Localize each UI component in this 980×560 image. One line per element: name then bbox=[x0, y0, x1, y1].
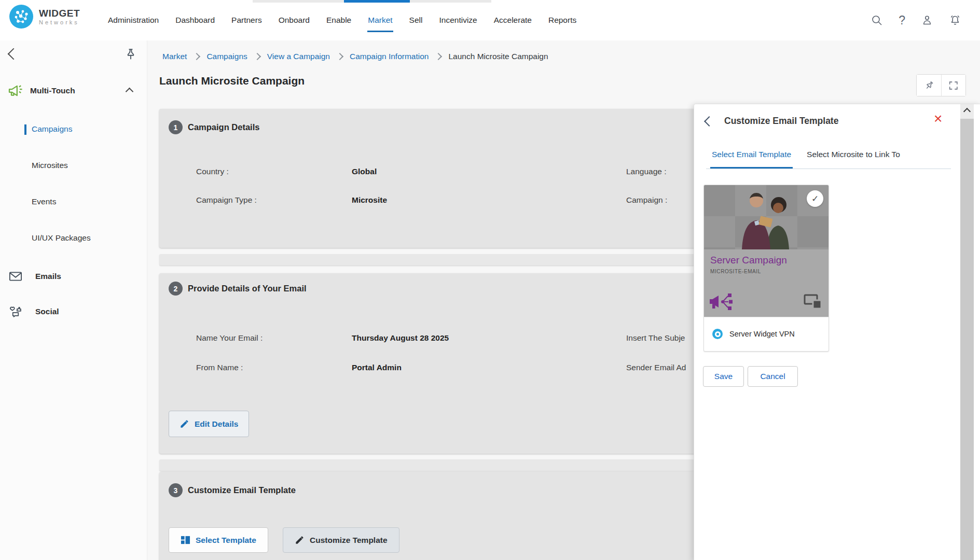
nav-item-partners[interactable]: Partners bbox=[231, 12, 263, 28]
sidebar-item-emails[interactable]: Emails bbox=[0, 269, 147, 285]
social-icon bbox=[8, 304, 23, 319]
nav-item-incentivize[interactable]: Incentivize bbox=[438, 12, 477, 28]
nav-item-sell[interactable]: Sell bbox=[409, 12, 423, 28]
chevron-up-icon bbox=[963, 108, 971, 115]
panel-title: Customize Email Template bbox=[724, 116, 838, 127]
sidebar-collapse-button[interactable] bbox=[9, 50, 18, 60]
edit-details-label: Edit Details bbox=[195, 419, 238, 429]
sidebar-group-multi-touch[interactable]: Multi-Touch bbox=[0, 82, 147, 101]
app-root: WIDGET Networks Administration Dashboard… bbox=[0, 0, 980, 560]
tab-select-microsite[interactable]: Select Microsite to Link To bbox=[805, 150, 902, 169]
template-option-row: Server Widget VPN bbox=[704, 317, 829, 351]
edit-details-button[interactable]: Edit Details bbox=[169, 411, 249, 437]
field-value-from-name: Portal Admin bbox=[352, 363, 402, 372]
topbar-icon-group: ? bbox=[871, 0, 961, 40]
nav-item-accelerate[interactable]: Accelerate bbox=[493, 12, 532, 28]
field-value-campaign-type: Microsite bbox=[352, 195, 387, 205]
selected-check-badge: ✓ bbox=[807, 190, 823, 207]
breadcrumb-view-a-campaign[interactable]: View a Campaign bbox=[267, 52, 330, 61]
network-logo-icon bbox=[9, 5, 33, 29]
sidebar-item-campaigns[interactable]: Campaigns bbox=[0, 122, 147, 137]
sidebar: Multi-Touch Campaigns Microsites Events … bbox=[0, 40, 147, 560]
customize-template-button[interactable]: Customize Template bbox=[283, 527, 399, 553]
step-badge: 1 bbox=[169, 120, 183, 134]
field-label-language: Language : bbox=[626, 167, 667, 176]
pushpin-icon bbox=[921, 77, 937, 93]
template-name: Server Campaign bbox=[710, 255, 822, 266]
breadcrumb-campaigns[interactable]: Campaigns bbox=[206, 52, 247, 61]
field-label-campaign-type: Campaign Type : bbox=[196, 195, 257, 205]
expand-icon bbox=[948, 80, 959, 91]
nav-item-reports[interactable]: Reports bbox=[548, 12, 577, 28]
panel-tabs: Select Email Template Select Microsite t… bbox=[710, 150, 902, 169]
sidebar-item-uiux-packages[interactable]: UI/UX Packages bbox=[0, 231, 147, 246]
field-label-sender-email: Sender Email Ad bbox=[626, 363, 686, 372]
save-button[interactable]: Save bbox=[703, 366, 744, 387]
section-title: Customize Email Template bbox=[188, 485, 296, 495]
user-icon[interactable] bbox=[921, 14, 933, 26]
pencil-icon bbox=[180, 419, 189, 429]
envelope-icon bbox=[8, 269, 23, 284]
template-type: MICROSITE-EMAIL bbox=[710, 269, 822, 274]
customize-template-label: Customize Template bbox=[310, 536, 388, 545]
cancel-button[interactable]: Cancel bbox=[748, 366, 798, 387]
select-template-button[interactable]: Select Template bbox=[169, 527, 268, 553]
brand-logo[interactable]: WIDGET Networks bbox=[9, 5, 80, 29]
fullscreen-button[interactable] bbox=[941, 75, 965, 96]
breadcrumb-market[interactable]: Market bbox=[162, 52, 187, 61]
layout-grid-icon bbox=[181, 535, 190, 545]
page-title: Launch Microsite Campaign bbox=[159, 75, 305, 87]
section-title: Campaign Details bbox=[188, 122, 259, 132]
chevron-left-icon bbox=[8, 48, 20, 60]
page-action-buttons bbox=[916, 74, 966, 96]
field-label-country: Country : bbox=[196, 167, 229, 176]
sidebar-item-label: Campaigns bbox=[32, 124, 72, 134]
pin-panel-button[interactable] bbox=[917, 75, 941, 96]
megaphone-icon bbox=[7, 83, 24, 99]
breadcrumb-current: Launch Microsite Campaign bbox=[448, 52, 548, 61]
top-navbar: WIDGET Networks Administration Dashboard… bbox=[0, 0, 980, 40]
field-value-email-name: Thursday August 28 2025 bbox=[352, 333, 449, 343]
sidebar-item-label: UI/UX Packages bbox=[32, 233, 91, 243]
chevron-right-icon bbox=[193, 53, 200, 60]
tab-divider bbox=[706, 169, 951, 169]
nav-item-onboard[interactable]: Onboard bbox=[278, 12, 310, 28]
chevron-up-icon bbox=[126, 88, 134, 96]
scroll-up-button[interactable] bbox=[960, 104, 974, 119]
search-icon[interactable] bbox=[871, 14, 883, 26]
nav-item-dashboard[interactable]: Dashboard bbox=[175, 12, 215, 28]
radio-selected[interactable] bbox=[712, 329, 723, 339]
sidebar-pin-icon[interactable] bbox=[123, 47, 138, 62]
email-template-card[interactable]: ✓ Server Campaign MICROSITE-EMAIL bbox=[703, 185, 829, 352]
help-icon[interactable]: ? bbox=[899, 15, 905, 26]
step-badge: 3 bbox=[169, 483, 183, 497]
active-indicator-bar bbox=[24, 124, 26, 135]
chevron-left-icon bbox=[704, 116, 714, 127]
close-icon[interactable]: × bbox=[934, 111, 942, 126]
template-preview-image: ✓ bbox=[704, 185, 829, 249]
panel-scrollbar bbox=[960, 104, 974, 560]
sidebar-item-microsites[interactable]: Microsites bbox=[0, 159, 147, 173]
scrollbar-thumb[interactable] bbox=[960, 119, 974, 560]
step-badge: 2 bbox=[169, 282, 183, 296]
chevron-right-icon bbox=[336, 53, 343, 60]
notifications-bell-icon[interactable] bbox=[949, 14, 961, 26]
select-template-label: Select Template bbox=[196, 536, 256, 545]
tab-select-email-template[interactable]: Select Email Template bbox=[710, 150, 793, 169]
chevron-right-icon bbox=[254, 53, 261, 60]
sidebar-item-events[interactable]: Events bbox=[0, 195, 147, 209]
chevron-right-icon bbox=[435, 53, 442, 60]
field-label-email-name: Name Your Email : bbox=[196, 333, 263, 343]
breadcrumb-campaign-information[interactable]: Campaign Information bbox=[350, 52, 429, 61]
section-title: Provide Details of Your Email bbox=[188, 284, 307, 293]
sidebar-group-label: Multi-Touch bbox=[30, 86, 75, 95]
brand-subtitle: Networks bbox=[39, 20, 80, 25]
customize-email-template-panel: Customize Email Template × Select Email … bbox=[694, 104, 980, 560]
devices-icon bbox=[804, 294, 822, 310]
sidebar-item-label: Social bbox=[35, 307, 59, 316]
nav-item-market[interactable]: Market bbox=[367, 12, 393, 28]
nav-item-administration[interactable]: Administration bbox=[107, 12, 159, 28]
nav-item-enable[interactable]: Enable bbox=[326, 12, 352, 28]
panel-back-button[interactable] bbox=[706, 118, 713, 127]
sidebar-item-social[interactable]: Social bbox=[0, 304, 147, 320]
